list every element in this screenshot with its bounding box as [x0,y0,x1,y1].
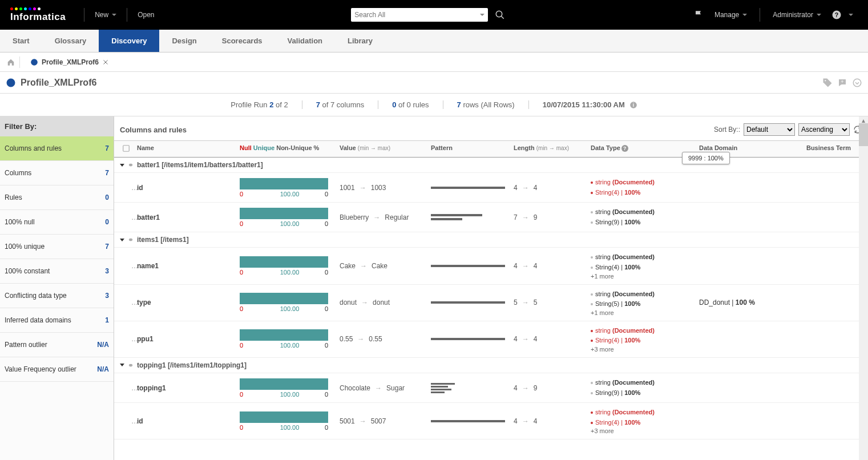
row-handle[interactable]: … [114,262,137,270]
col-name-header[interactable]: Name [137,144,240,154]
filter-item[interactable]: Rules0 [0,185,114,210]
navtab-discovery[interactable]: Discovery [99,30,159,52]
collapse-icon[interactable] [120,364,124,366]
filter-item[interactable]: 100% unique7 [0,235,114,259]
filter-count: 7 [105,169,109,177]
checkbox-all[interactable] [122,144,130,152]
svg-rect-11 [123,146,130,152]
filter-count: 3 [105,267,109,275]
svg-point-8 [853,79,861,87]
table-row[interactable]: …id0100.0001001→10034→4string (Documente… [114,173,868,203]
summary-run: Profile Run 2 of 2 [217,100,302,109]
navtab-start[interactable]: Start [0,30,42,52]
table-row[interactable]: …type0100.000donut→donut5→5string (Docum… [114,285,868,321]
administrator-menu[interactable]: Administrator [765,11,829,19]
home-icon[interactable] [7,58,15,66]
col-null-header[interactable]: Null Unique Non-Unique % [240,144,340,154]
sort-order-select[interactable]: Ascending [798,123,850,136]
open-button[interactable]: Open [130,11,162,19]
svg-text:i: i [633,102,634,107]
navtab-scorecards[interactable]: Scorecards [209,30,275,52]
table-row[interactable]: …batter10100.000Blueberry→Regular7→9stri… [114,203,868,232]
collapse-icon[interactable] [120,164,124,167]
col-value-header[interactable]: Value (min → max) [340,144,431,154]
summary-rules: 0 of 0 rules [378,100,443,109]
filter-count: 0 [105,193,109,201]
new-menu[interactable]: New [87,11,124,19]
group-label: batter1 [/items1/item1/batters1/batter1] [137,161,263,169]
info-icon[interactable]: i [629,101,637,109]
navtab-validation[interactable]: Validation [275,30,335,52]
filter-count: N/A [97,341,109,349]
filter-item[interactable]: 100% null0 [0,210,114,235]
filter-item[interactable]: Inferred data domains1 [0,308,114,333]
more-link[interactable]: +3 more [591,346,699,353]
search-icon[interactable] [495,10,505,20]
filter-item[interactable]: Columns and rules7 [0,136,114,161]
vertical-scrollbar[interactable]: ▴ [859,116,868,460]
pattern-chart [431,214,514,220]
row-handle[interactable]: … [114,184,137,192]
logo: Informatica [10,7,66,23]
tag-icon[interactable] [822,78,833,88]
options-icon[interactable] [852,78,862,88]
row-handle[interactable]: … [114,213,137,221]
flag-icon[interactable] [694,10,704,20]
navtab-library[interactable]: Library [335,30,385,52]
table-row[interactable]: …id0100.0005001→50074→4string (Documente… [114,403,868,439]
value-range: 0.55→0.55 [340,335,431,343]
more-link[interactable]: +3 more [591,427,699,434]
filter-label: Inferred data domains [5,316,71,324]
col-term-header[interactable]: Business Term [788,144,868,154]
table-row[interactable]: …topping10100.000Chocolate→Sugar4→9strin… [114,373,868,403]
filter-item[interactable]: Columns7 [0,161,114,185]
main-panel: Columns and rules Sort By:: Default Asce… [114,116,868,460]
svg-text:?: ? [835,11,838,18]
group-header[interactable]: ⚭items1 [/items1] [114,232,868,248]
filter-item[interactable]: Pattern outlierN/A [0,333,114,357]
table-header: Name Null Unique Non-Unique % Value (min… [114,140,868,158]
page-title: Profile_XMLProf6 [21,78,96,88]
group-header[interactable]: ⚭batter1 [/items1/item1/batters1/batter1… [114,158,868,173]
breadcrumb-tab[interactable]: Profile_XMLProf6 [25,58,115,66]
caret-down-icon[interactable] [849,14,853,16]
value-range: Blueberry→Regular [340,213,431,221]
close-icon[interactable] [102,59,109,66]
manage-menu[interactable]: Manage [706,11,755,19]
collapse-icon[interactable] [120,239,124,241]
row-handle[interactable]: … [114,298,137,306]
col-pattern-header[interactable]: Pattern [431,144,514,154]
table-row[interactable]: …ppu10100.0000.55→0.554→4string (Documen… [114,321,868,358]
search-dropdown-icon[interactable] [480,14,485,16]
sortby-label: Sort By:: [714,126,740,134]
filter-label: Pattern outlier [5,341,47,349]
length-range: 4→4 [514,262,591,270]
value-range: donut→donut [340,298,431,306]
navtab-glossary[interactable]: Glossary [42,30,99,52]
filter-header: Filter By: [0,116,114,136]
row-name: batter1 [137,213,240,221]
help-icon[interactable]: ? [621,145,628,152]
row-handle[interactable]: … [114,335,137,343]
more-link[interactable]: +1 more [591,309,699,316]
group-header[interactable]: ⚭topping1 [/items1/item1/topping1] [114,358,868,373]
row-handle[interactable]: … [114,417,137,425]
unique-bar [240,329,328,341]
comment-icon[interactable]: + [837,78,847,88]
row-handle[interactable]: … [114,384,137,392]
search-input[interactable] [354,11,485,19]
search-box[interactable] [351,8,488,22]
filter-item[interactable]: Conflicting data type3 [0,284,114,308]
sort-field-select[interactable]: Default [744,123,795,136]
unique-bar [240,378,328,390]
more-link[interactable]: +1 more [591,273,699,280]
table-row[interactable]: …name10100.000Cake→Cake4→4string (Docume… [114,248,868,284]
unique-bar [240,411,328,423]
filter-item[interactable]: Value Frequency outlierN/A [0,357,114,382]
filter-item[interactable]: 100% constant3 [0,259,114,284]
help-icon[interactable]: ? [831,10,842,20]
col-length-header[interactable]: Length (min → max) [514,144,591,154]
row-name: type [137,298,240,306]
navtab-design[interactable]: Design [159,30,209,52]
link-icon: ⚭ [128,161,134,169]
